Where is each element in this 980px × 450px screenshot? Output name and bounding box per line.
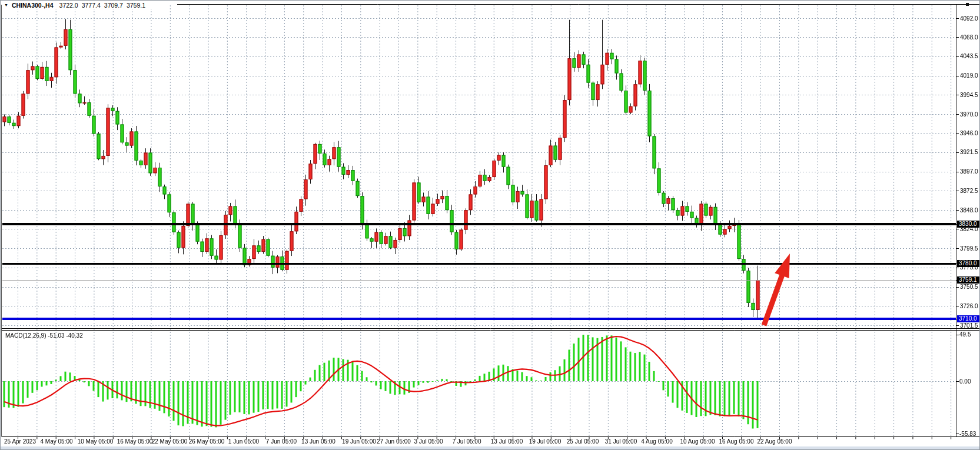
macd-indicator-label: MACD(12,26,9) -51.03 -40.32 [5, 332, 83, 339]
window-corner-mark [966, 3, 969, 6]
quote-open: 3722.0 [59, 2, 78, 9]
symbol-timeframe-label: CHINA300-,H4 [12, 2, 54, 9]
quote-high: 3777.4 [82, 2, 101, 9]
symbol-dropdown-icon[interactable]: ▼ [4, 3, 8, 7]
chart-title-bar: ▼ CHINA300-,H4 3722.0 3777.4 3709.7 3759… [3, 1, 152, 9]
quote-close: 3759.1 [127, 2, 145, 9]
quote-low: 3709.7 [104, 2, 123, 9]
chart-canvas[interactable] [1, 1, 980, 450]
trading-chart-window: ▼ CHINA300-,H4 3722.0 3777.4 3709.7 3759… [0, 0, 980, 450]
